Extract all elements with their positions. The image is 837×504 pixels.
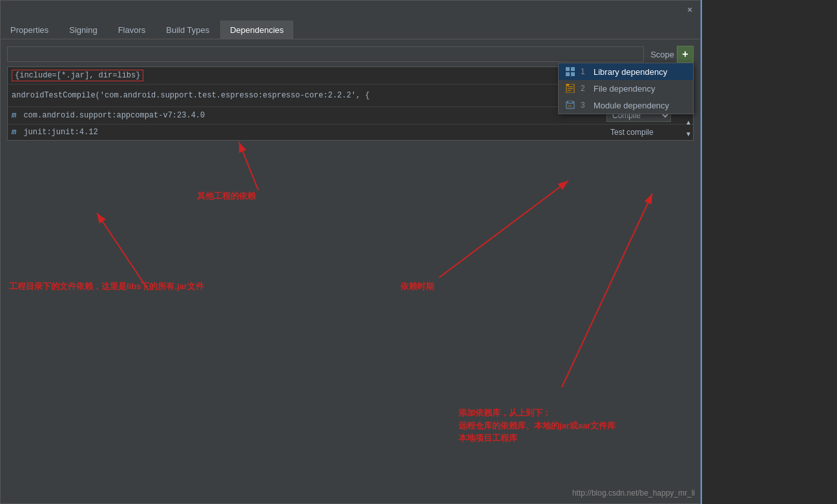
- tab-properties[interactable]: Properties: [1, 21, 58, 39]
- module-icon: m: [12, 128, 16, 137]
- tab-build-types[interactable]: Build Types: [156, 21, 219, 39]
- close-button[interactable]: ×: [685, 5, 695, 15]
- item-num-1: 1: [581, 67, 588, 76]
- dependency-path: androidTestCompile('com.android.support.…: [8, 89, 603, 102]
- right-sidebar: [701, 0, 837, 504]
- item-num-2: 2: [581, 84, 588, 93]
- svg-rect-10: [568, 101, 573, 103]
- library-dependency-label: Library dependency: [594, 67, 667, 77]
- search-input[interactable]: [7, 46, 644, 62]
- nav-arrows: ▲ ▼: [683, 117, 694, 139]
- nav-down-arrow[interactable]: ▼: [683, 128, 694, 139]
- library-dependency-item[interactable]: 1 Library dependency: [559, 63, 693, 80]
- scope-label: Scope: [650, 50, 674, 59]
- tab-dependencies[interactable]: Dependencies: [220, 21, 293, 39]
- module-dependency-item[interactable]: m 3 Module dependency: [559, 97, 693, 114]
- module-dependency-label: Module dependency: [594, 101, 669, 110]
- svg-rect-2: [566, 72, 570, 76]
- svg-text:m: m: [568, 104, 572, 108]
- table-row[interactable]: m junit:junit:4.12 Test compile: [8, 125, 693, 140]
- svg-rect-3: [571, 72, 575, 76]
- dialog: × Properties Signing Flavors Build Types…: [0, 0, 701, 504]
- bottom-url: http://blog.csdn.net/be_happy_mr_li: [572, 489, 695, 498]
- dependency-path: m com.android.support:appcompat-v7:23.4.…: [8, 109, 603, 122]
- svg-rect-1: [571, 67, 575, 71]
- add-dependency-button[interactable]: +: [677, 46, 694, 63]
- library-icon: [565, 66, 575, 77]
- module-icon: m: [565, 100, 575, 110]
- tab-bar: Properties Signing Flavors Build Types D…: [1, 19, 700, 39]
- module-icon: m: [12, 111, 16, 120]
- file-dependency-item[interactable]: 2 File dependency: [559, 80, 693, 97]
- tab-signing[interactable]: Signing: [59, 21, 107, 39]
- file-icon: [565, 83, 575, 94]
- dependency-path: m junit:junit:4.12: [8, 126, 603, 139]
- svg-rect-8: [568, 90, 571, 91]
- file-dependency-label: File dependency: [594, 84, 655, 94]
- toolbar-row: Scope +: [7, 46, 694, 63]
- item-num-3: 3: [581, 101, 588, 110]
- dependency-path: {include=[*.jar], dir=libs}: [8, 68, 603, 83]
- add-dependency-dropdown: 1 Library dependency 2 File dependency: [558, 63, 694, 114]
- svg-rect-0: [566, 67, 570, 71]
- nav-up-arrow[interactable]: ▲: [683, 117, 694, 127]
- svg-rect-6: [568, 86, 573, 87]
- svg-rect-7: [568, 88, 573, 89]
- scope-cell: Test compile: [603, 126, 693, 139]
- tab-flavors[interactable]: Flavors: [108, 21, 156, 39]
